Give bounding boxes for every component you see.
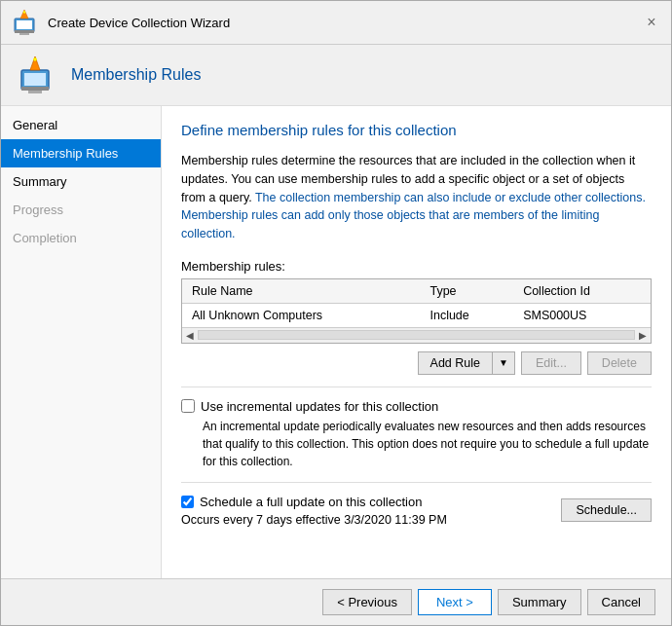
schedule-left: Schedule a full update on this collectio… [181, 495, 447, 527]
close-button[interactable]: × [642, 13, 661, 32]
scroll-right-icon[interactable]: ▶ [639, 330, 647, 341]
svg-rect-2 [15, 30, 34, 33]
main-panel: Define membership rules for this collect… [162, 106, 671, 578]
description-box: Membership rules determine the resources… [181, 152, 652, 243]
incremental-description: An incremental update periodically evalu… [203, 418, 652, 470]
sidebar-item-summary[interactable]: Summary [1, 167, 161, 196]
main-content: Define membership rules for this collect… [162, 106, 671, 578]
cell-collection-id: SMS000US [513, 303, 651, 327]
table-row[interactable]: All Unknown Computers Include SMS000US [182, 303, 651, 327]
svg-point-5 [23, 11, 25, 13]
title-bar-left: Create Device Collection Wizard [11, 9, 230, 36]
header-banner: Membership Rules [1, 45, 671, 106]
col-type: Type [420, 279, 513, 304]
edit-button[interactable]: Edit... [521, 351, 581, 375]
table-scrollbar[interactable]: ◀ ▶ [182, 327, 651, 343]
divider-1 [181, 387, 652, 387]
title-bar: Create Device Collection Wizard × [1, 1, 671, 45]
schedule-row: Schedule a full update on this collectio… [181, 495, 652, 527]
scroll-left-icon[interactable]: ◀ [186, 330, 194, 341]
window-title: Create Device Collection Wizard [48, 16, 230, 30]
summary-button[interactable]: Summary [498, 589, 581, 615]
incremental-checkbox-row: Use incremental updates for this collect… [181, 399, 652, 414]
scroll-track[interactable] [198, 330, 635, 340]
svg-rect-3 [19, 33, 29, 35]
cell-rule-name: All Unknown Computers [182, 303, 420, 327]
add-rule-split-btn[interactable]: Add Rule ▼ [418, 351, 515, 375]
svg-rect-1 [17, 20, 32, 29]
sidebar-item-progress: Progress [1, 196, 161, 224]
svg-rect-9 [28, 91, 42, 93]
add-rule-row: Add Rule ▼ Edit... Delete [181, 351, 652, 375]
footer: < Previous Next > Summary Cancel [1, 578, 671, 625]
main-header-title: Membership Rules [71, 66, 201, 84]
add-rule-button[interactable]: Add Rule [418, 351, 492, 375]
schedule-button[interactable]: Schedule... [561, 498, 652, 522]
cell-type: Include [420, 303, 513, 327]
schedule-occurs: Occurs every 7 days effective 3/3/2020 1… [181, 513, 447, 527]
schedule-checkbox[interactable] [181, 496, 194, 508]
rules-table-wrapper: Rule Name Type Collection Id All Unknown… [181, 278, 652, 344]
content-area: General Membership Rules Summary Progres… [1, 106, 671, 578]
sidebar-item-general[interactable]: General [1, 111, 161, 139]
delete-button[interactable]: Delete [587, 351, 652, 375]
wizard-title-icon [11, 9, 38, 36]
wizard-window: Create Device Collection Wizard × Member… [0, 0, 672, 626]
schedule-label[interactable]: Schedule a full update on this collectio… [200, 495, 422, 509]
next-button[interactable]: Next > [418, 589, 492, 615]
svg-point-11 [33, 57, 37, 61]
header-wizard-icon [17, 55, 57, 95]
col-rule-name: Rule Name [182, 279, 420, 304]
cancel-button[interactable]: Cancel [587, 589, 655, 615]
add-rule-dropdown-icon[interactable]: ▼ [492, 351, 515, 375]
sidebar: General Membership Rules Summary Progres… [1, 106, 162, 578]
incremental-checkbox[interactable] [181, 399, 195, 413]
col-collection-id: Collection Id [513, 279, 651, 304]
membership-rules-label: Membership rules: [181, 259, 652, 274]
incremental-label[interactable]: Use incremental updates for this collect… [201, 399, 438, 414]
sidebar-item-membership-rules[interactable]: Membership Rules [1, 139, 161, 167]
divider-2 [181, 482, 652, 483]
schedule-check-row: Schedule a full update on this collectio… [181, 495, 447, 509]
sidebar-item-completion: Completion [1, 224, 161, 252]
svg-rect-8 [21, 87, 49, 91]
rules-table: Rule Name Type Collection Id All Unknown… [182, 279, 651, 327]
svg-rect-7 [24, 73, 46, 86]
section-title: Define membership rules for this collect… [181, 122, 652, 138]
previous-button[interactable]: < Previous [322, 589, 412, 615]
